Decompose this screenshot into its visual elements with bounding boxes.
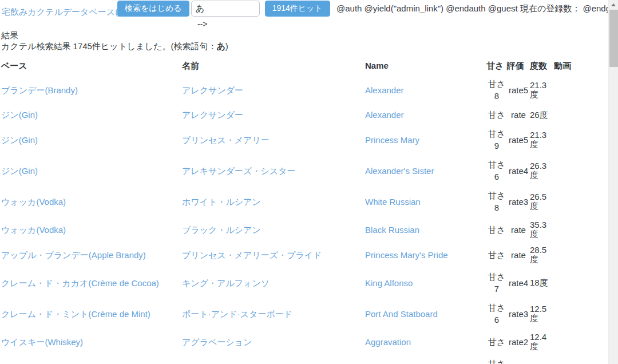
- name-en-link[interactable]: Port And Statboard: [365, 309, 438, 319]
- search-area: 検索をはじめる 1914件ヒット: [117, 1, 330, 17]
- results-section: 結果 カクテル検索結果 1745件ヒットしました。(検索語句：あ) ベース名前N…: [0, 30, 618, 364]
- base-link[interactable]: ジン(Gin): [1, 166, 38, 176]
- abv-value: 26度: [530, 105, 554, 124]
- rate-value: rate5: [507, 74, 530, 105]
- name-ja-link[interactable]: プリンセス・メアリー: [182, 135, 270, 145]
- sweet-value: 甘さ8: [486, 186, 507, 217]
- blade-template-text: @auth @yield("admin_link") @endauth @gue…: [336, 3, 608, 14]
- base-link[interactable]: ウォッカ(Vodka): [1, 225, 66, 235]
- column-header-2: Name: [365, 57, 486, 74]
- results-summary: カクテル検索結果 1745件ヒットしました。(検索語句：あ): [1, 41, 618, 52]
- scroll-up-arrow-icon: [611, 3, 616, 6]
- base-link[interactable]: クレーム・ド・ミント(Crème de Mint): [1, 309, 150, 319]
- name-ja-link[interactable]: アレクサンダー: [182, 110, 243, 120]
- table-row: ウォッカ(Vodka)ホワイト・ルシアンWhite Russian甘さ8rate…: [1, 186, 575, 217]
- table-row: ウイスキー(Whiskey)アグラベーションAggravation甘さrate2…: [1, 329, 575, 354]
- name-en-link[interactable]: Alexander: [365, 85, 404, 95]
- video-cell: [554, 217, 575, 242]
- rate-value: rate: [507, 242, 530, 267]
- video-cell: [554, 354, 575, 364]
- results-heading: 結果: [1, 30, 618, 41]
- abv-value: 35.3度: [530, 217, 554, 242]
- site-title-link[interactable]: 宅飲みカクテルデータベース(β): [2, 7, 126, 18]
- sweet-value: 甘さ8: [486, 74, 507, 105]
- abv-value: 12.5度: [530, 298, 554, 329]
- name-ja-link[interactable]: ホワイト・ルシアン: [182, 197, 261, 207]
- sweet-value: 甘さ: [486, 105, 507, 124]
- column-header-6: 動画: [554, 57, 575, 74]
- summary-search-term: あ: [216, 41, 225, 51]
- rate-value: rate: [507, 105, 530, 124]
- search-start-button[interactable]: 検索をはじめる: [117, 1, 189, 17]
- video-cell: [554, 155, 575, 186]
- sweet-value: 甘さ9: [486, 124, 507, 155]
- rate-value: rate2: [507, 329, 530, 354]
- name-en-link[interactable]: Alexander's Sister: [365, 166, 434, 176]
- rate-value: rate4: [507, 155, 530, 186]
- video-cell: [554, 329, 575, 354]
- base-link[interactable]: ブランデー(Brandy): [1, 85, 78, 95]
- video-cell: [554, 105, 575, 124]
- vertical-scrollbar[interactable]: [608, 0, 618, 364]
- base-link[interactable]: ジン(Gin): [1, 135, 38, 145]
- abv-value: 28.5度: [530, 242, 554, 267]
- name-ja-link[interactable]: キング・アルフォンソ: [182, 278, 270, 288]
- name-en-link[interactable]: White Russian: [365, 197, 421, 207]
- name-ja-link[interactable]: ブラック・ルシアン: [182, 225, 261, 235]
- hit-count-button[interactable]: 1914件ヒット: [265, 1, 330, 17]
- base-link[interactable]: ウイスキー(Whiskey): [1, 337, 83, 347]
- html-comment-text: -->: [197, 19, 208, 29]
- name-ja-link[interactable]: アレクサンダー: [182, 85, 243, 95]
- abv-value: 18度: [530, 267, 554, 298]
- table-row: ジン(Gin)アレキサンダーズ・シスターAlexander's Sister甘さ…: [1, 155, 575, 186]
- video-cell: [554, 124, 575, 155]
- name-en-link[interactable]: Aggravation: [365, 337, 411, 347]
- abv-value: 21.3度: [530, 124, 554, 155]
- name-en-link[interactable]: Princess Mary: [365, 135, 419, 145]
- rate-value: rate5: [507, 354, 530, 364]
- table-row: クレーム・ド・カカオ(Crème de Cocoa)キング・アルフォンソKing…: [1, 267, 575, 298]
- name-en-link[interactable]: Black Russian: [365, 225, 419, 235]
- scroll-thumb[interactable]: [609, 10, 618, 67]
- name-en-link[interactable]: Princess Mary's Pride: [365, 250, 448, 260]
- name-ja-link[interactable]: プリンセス・メアリーズ・プライド: [182, 250, 322, 260]
- video-cell: [554, 298, 575, 329]
- rate-value: rate: [507, 217, 530, 242]
- column-header-1: 名前: [182, 57, 365, 74]
- table-row: クレーム・ド・ミント(Crème de Mint)ポート·アンド·スターボードP…: [1, 298, 575, 329]
- base-link[interactable]: アップル・ブランデー(Apple Brandy): [1, 250, 146, 260]
- rate-value: rate3: [507, 186, 530, 217]
- table-row: ジン(Gin)プリンセス・メアリーPrincess Mary甘さ9rate521…: [1, 124, 575, 155]
- name-ja-link[interactable]: アレキサンダーズ・シスター: [182, 166, 296, 176]
- name-en-link[interactable]: Alexander: [365, 110, 404, 120]
- scroll-up-button[interactable]: [609, 0, 618, 10]
- column-header-0: ベース: [1, 57, 182, 74]
- search-input[interactable]: [191, 1, 260, 17]
- rate-value: rate4: [507, 267, 530, 298]
- sweet-value: 甘さ6: [486, 155, 507, 186]
- abv-value: 21.3度: [530, 74, 554, 105]
- video-cell: [554, 242, 575, 267]
- rate-value: rate5: [507, 124, 530, 155]
- base-link[interactable]: ジン(Gin): [1, 110, 38, 120]
- video-cell: [554, 186, 575, 217]
- top-bar: 宅飲みカクテルデータベース(β) 検索をはじめる 1914件ヒット @auth …: [0, 0, 618, 29]
- rate-value: rate3: [507, 298, 530, 329]
- column-header-5: 度数: [530, 57, 554, 74]
- abv-value: 12.4度: [530, 329, 554, 354]
- sweet-value: 甘さ7: [486, 267, 507, 298]
- base-link[interactable]: ウォッカ(Vodka): [1, 197, 66, 207]
- sweet-value: 甘さ: [486, 329, 507, 354]
- name-en-link[interactable]: King Alfonso: [365, 278, 413, 288]
- table-row: ブランデー(Brandy)アレクサンダーAlexander甘さ8rate521.…: [1, 74, 575, 105]
- name-ja-link[interactable]: ポート·アンド·スターボード: [182, 309, 292, 319]
- sweet-value: 甘さ: [486, 217, 507, 242]
- name-ja-link[interactable]: アグラベーション: [182, 337, 252, 347]
- video-cell: [554, 74, 575, 105]
- abv-value: 8.7度: [530, 354, 554, 364]
- column-header-4: 評価: [507, 57, 530, 74]
- table-header-row: ベース名前Name甘さ評価度数動画: [1, 57, 575, 74]
- summary-prefix: カクテル検索結果 1745件ヒットしました。(検索語句：: [1, 41, 216, 51]
- base-link[interactable]: クレーム・ド・カカオ(Crème de Cocoa): [1, 278, 159, 288]
- summary-suffix: ): [225, 41, 228, 51]
